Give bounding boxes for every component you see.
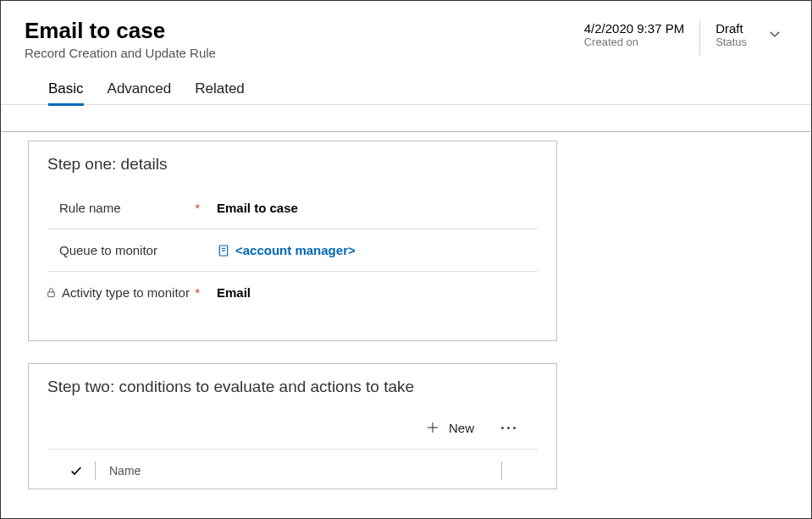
required-indicator: * bbox=[195, 201, 200, 215]
expand-header-button[interactable] bbox=[762, 18, 787, 41]
checkmark-icon[interactable] bbox=[69, 464, 83, 478]
queue-label: Queue to monitor bbox=[59, 243, 157, 257]
tab-basic[interactable]: Basic bbox=[48, 80, 84, 104]
activity-type-value: Email bbox=[217, 285, 251, 300]
tab-related[interactable]: Related bbox=[195, 80, 245, 104]
queue-field[interactable]: <account manager> bbox=[217, 243, 538, 257]
meta-divider bbox=[699, 21, 700, 55]
activity-type-row: Activity type to monitor * Email bbox=[47, 272, 538, 313]
status-label: Status bbox=[715, 36, 747, 48]
page-title: Email to case bbox=[25, 18, 584, 44]
more-icon bbox=[501, 427, 504, 429]
activity-type-label-col: Activity type to monitor * bbox=[47, 285, 217, 300]
queue-row: Queue to monitor <account manager> bbox=[47, 229, 538, 272]
page-header: Email to case Record Creation and Update… bbox=[1, 1, 811, 105]
rule-name-label-col: Rule name * bbox=[47, 201, 217, 215]
rule-name-row: Rule name * Email to case bbox=[47, 187, 538, 229]
queue-value[interactable]: <account manager> bbox=[235, 243, 356, 257]
step-two-title: Step two: conditions to evaluate and act… bbox=[47, 378, 538, 396]
queue-icon bbox=[217, 244, 230, 257]
lock-icon bbox=[46, 287, 57, 298]
column-name[interactable]: Name bbox=[108, 464, 489, 478]
created-on-block: 4/2/2020 9:37 PM Created on bbox=[584, 18, 684, 48]
content-area[interactable]: Step one: details Rule name * Email to c… bbox=[3, 132, 809, 516]
new-button-label: New bbox=[449, 421, 474, 435]
svg-rect-3 bbox=[48, 292, 55, 296]
tab-advanced[interactable]: Advanced bbox=[108, 80, 172, 104]
more-commands-button[interactable] bbox=[498, 423, 519, 433]
step-two-panel: Step two: conditions to evaluate and act… bbox=[28, 363, 557, 489]
status-block: Draft Status bbox=[715, 18, 747, 48]
column-divider bbox=[501, 461, 502, 480]
header-left: Email to case Record Creation and Update… bbox=[25, 18, 584, 104]
chevron-down-icon bbox=[767, 26, 782, 41]
queue-label-col: Queue to monitor bbox=[47, 243, 217, 257]
grid-header: Name bbox=[47, 450, 538, 480]
rule-name-value: Email to case bbox=[217, 201, 298, 215]
created-on-value: 4/2/2020 9:37 PM bbox=[584, 21, 684, 36]
header-right: 4/2/2020 9:37 PM Created on Draft Status bbox=[584, 18, 787, 55]
status-value: Draft bbox=[715, 21, 747, 36]
column-divider bbox=[95, 461, 96, 480]
step-one-panel: Step one: details Rule name * Email to c… bbox=[28, 141, 557, 341]
step-one-title: Step one: details bbox=[47, 155, 538, 174]
spacer bbox=[28, 511, 809, 516]
plus-icon bbox=[425, 420, 440, 435]
rule-name-field[interactable]: Email to case bbox=[217, 201, 538, 215]
created-on-label: Created on bbox=[584, 36, 684, 48]
activity-type-field[interactable]: Email bbox=[217, 285, 538, 300]
new-button[interactable]: New bbox=[425, 420, 474, 435]
page-subtitle: Record Creation and Update Rule bbox=[25, 46, 584, 60]
activity-type-label: Activity type to monitor bbox=[62, 285, 190, 300]
tab-list: Basic Advanced Related bbox=[25, 60, 584, 104]
required-indicator: * bbox=[195, 285, 200, 300]
rule-name-label: Rule name bbox=[59, 201, 121, 215]
step-two-toolbar: New bbox=[47, 410, 538, 450]
